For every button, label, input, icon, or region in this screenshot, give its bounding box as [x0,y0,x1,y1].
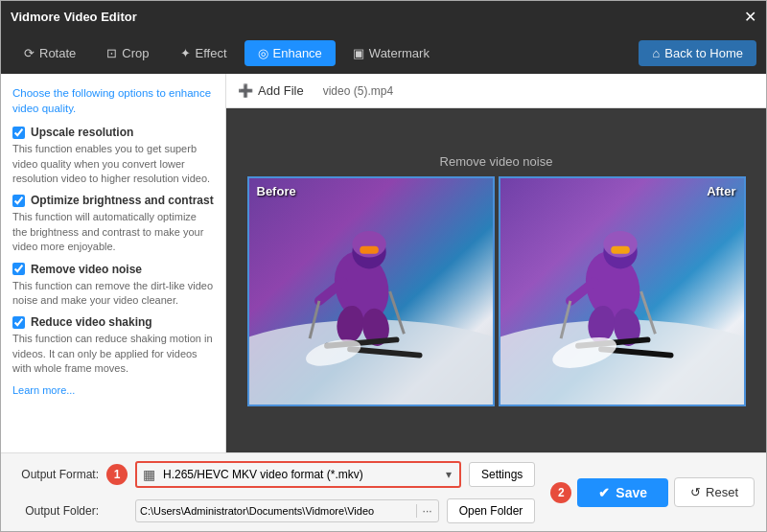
enhance-button[interactable]: ◎ Enhance [244,40,336,66]
format-row: Output Format: 1 ▦ H.265/HEVC MKV video … [12,461,535,488]
open-folder-button[interactable]: Open Folder [447,498,536,523]
add-file-button[interactable]: ➕ Add File [238,83,304,98]
format-select[interactable]: H.265/HEVC MKV video format (*.mkv) [161,463,438,486]
shaking-label: Reduce video shaking [31,315,152,329]
before-video: Before [247,176,495,406]
after-video: After [499,176,746,406]
folder-dots-button[interactable]: ··· [416,504,438,518]
watermark-button[interactable]: ▣ Watermark [339,40,443,66]
before-after-container: Before [247,176,746,406]
upscale-checkbox[interactable] [12,127,25,139]
option-optimize: Optimize brightness and contrast This fu… [12,194,214,254]
video-area: Remove video noise Before [226,108,766,452]
badge-2: 2 [550,482,571,503]
format-select-wrapper: ▦ H.265/HEVC MKV video format (*.mkv) ▾ [135,461,461,488]
left-panel: Choose the following options to enhance … [1,74,226,452]
save-check-icon: ✔ [598,485,610,500]
after-visual [500,178,744,405]
folder-label: Output Folder: [12,504,99,518]
noise-checkbox[interactable] [12,263,25,275]
close-button[interactable]: ✕ [744,8,756,26]
rotate-button[interactable]: ⟳ Rotate [11,40,89,66]
reset-icon: ↺ [690,485,701,499]
upscale-label: Upscale resolution [31,126,133,139]
upscale-desc: This function enables you to get superb … [12,142,214,186]
home-icon: ⌂ [652,46,660,60]
shaking-desc: This function can reduce shaking motion … [12,332,214,376]
title-bar: Vidmore Video Editor ✕ [1,1,766,32]
option-upscale: Upscale resolution This function enables… [12,126,214,186]
folder-row: Output Folder: ··· Open Folder [12,498,535,523]
enhance-icon: ◎ [258,46,268,60]
noise-label-overlay: Remove video noise [440,154,553,169]
action-buttons: 2 ✔ Save ↺ Reset [550,477,755,507]
noise-label: Remove video noise [31,263,142,276]
add-file-icon: ➕ [238,83,253,98]
crop-button[interactable]: ⊡ Crop [93,40,162,66]
settings-button[interactable]: Settings [469,462,535,487]
dropdown-icon: ▾ [438,468,459,481]
right-panel-header: ➕ Add File video (5).mp4 [226,74,766,108]
main-content: Choose the following options to enhance … [1,74,766,452]
optimize-checkbox[interactable] [12,195,25,207]
bottom-bar: Output Format: 1 ▦ H.265/HEVC MKV video … [1,452,766,531]
right-panel: ➕ Add File video (5).mp4 Remove video no… [226,74,766,452]
toolbar: ⟳ Rotate ⊡ Crop ✦ Effect ◎ Enhance ▣ Wat… [1,32,766,74]
learn-more-link[interactable]: Learn more... [12,384,75,396]
bottom-left: Output Format: 1 ▦ H.265/HEVC MKV video … [12,461,535,523]
before-label: Before [257,184,296,198]
after-label: After [707,184,735,198]
reset-button[interactable]: ↺ Reset [674,477,755,507]
file-name: video (5).mp4 [323,84,393,98]
badge-1: 1 [106,464,128,485]
svg-rect-19 [611,246,630,254]
format-label: Output Format: [12,468,99,481]
option-shaking: Reduce video shaking This function can r… [12,315,214,376]
format-icon: ▦ [137,467,161,482]
crop-icon: ⊡ [106,46,117,60]
folder-input[interactable] [136,500,416,521]
option-noise: Remove video noise This function can rem… [12,263,214,309]
optimize-label: Optimize brightness and contrast [31,194,214,207]
save-button[interactable]: ✔ Save [577,478,668,507]
panel-title: Choose the following options to enhance … [12,85,214,116]
window-title: Vidmore Video Editor [11,10,137,24]
watermark-icon: ▣ [353,46,364,60]
effect-button[interactable]: ✦ Effect [167,40,241,66]
folder-input-wrapper: ··· [135,499,439,522]
shaking-checkbox[interactable] [12,316,25,329]
back-home-button[interactable]: ⌂ Back to Home [639,40,756,66]
noise-desc: This function can remove the dirt-like v… [12,279,214,309]
svg-rect-5 [360,246,379,254]
optimize-desc: This function will automatically optimiz… [12,210,214,254]
effect-icon: ✦ [180,46,191,60]
rotate-icon: ⟳ [24,46,35,60]
before-visual [249,178,493,405]
